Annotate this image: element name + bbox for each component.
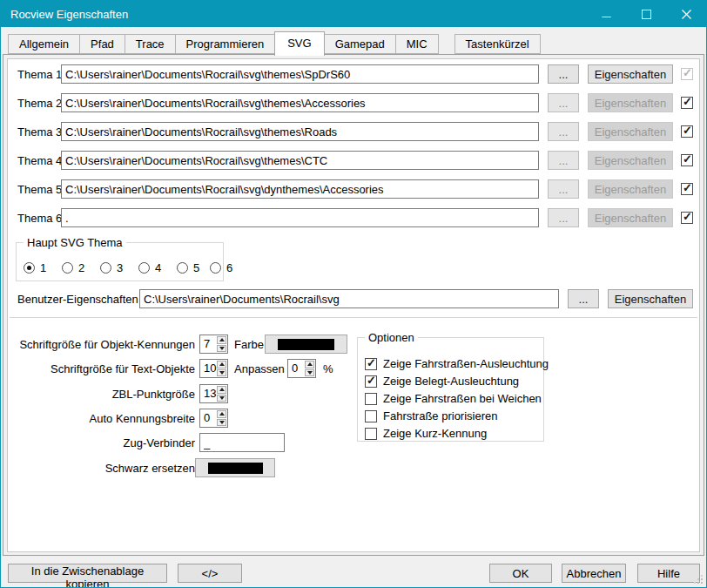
radio-icon xyxy=(62,262,73,274)
stepper-down-icon[interactable] xyxy=(217,345,226,353)
option-show-occupied-highlight[interactable]: Zeige Belegt-Ausleuchtung xyxy=(365,375,519,388)
train-connector-label: Zug-Verbinder xyxy=(8,436,195,449)
checkbox-icon xyxy=(365,375,377,388)
train-connector-input[interactable] xyxy=(199,433,285,452)
tab-pfad[interactable]: Pfad xyxy=(79,34,125,54)
main-theme-radio-6[interactable]: 6 xyxy=(210,261,232,274)
replace-black-color-button[interactable] xyxy=(195,458,275,477)
stepper-up-icon[interactable] xyxy=(217,410,226,418)
maximize-button[interactable] xyxy=(626,1,666,27)
minimize-button[interactable] xyxy=(586,1,626,27)
code-view-button[interactable]: </> xyxy=(178,564,242,583)
stepper-down-icon[interactable] xyxy=(217,369,226,377)
color-picker-button[interactable] xyxy=(265,335,347,354)
user-properties-properties-button[interactable]: Eigenschaften xyxy=(608,289,693,308)
title-bar: Rocview Eigenschaften xyxy=(1,1,706,27)
stepper-up-icon[interactable] xyxy=(305,361,314,368)
stepper-value: 0 xyxy=(288,360,304,377)
stepper-down-icon[interactable] xyxy=(217,419,226,427)
close-icon xyxy=(682,10,691,19)
theme2-path-input[interactable] xyxy=(61,93,539,112)
theme1-properties-button[interactable]: Eigenschaften xyxy=(588,64,673,84)
adjust-stepper[interactable]: 0 xyxy=(287,359,316,378)
zbl-point-size-label: ZBL-Punktgröße xyxy=(8,388,195,401)
copy-to-clipboard-button[interactable]: In die Zwischenablage kopieren xyxy=(8,564,167,583)
theme4-browse-button: ... xyxy=(548,151,579,170)
theme2-enabled-checkbox[interactable] xyxy=(681,97,693,109)
option-show-route-highlight[interactable]: Zeige Fahrstraßen-Ausleuchtung xyxy=(365,357,549,370)
theme2-browse-button: ... xyxy=(548,93,579,112)
user-properties-input[interactable] xyxy=(139,289,559,308)
main-theme-radio-2[interactable]: 2 xyxy=(62,261,84,274)
radio-label: 2 xyxy=(78,261,84,274)
color-label: Farbe xyxy=(234,338,264,351)
theme6-enabled-checkbox[interactable] xyxy=(681,212,693,224)
auto-id-width-stepper[interactable]: 0 xyxy=(199,409,228,428)
main-theme-radio-3[interactable]: 3 xyxy=(100,261,123,274)
theme1-browse-button[interactable]: ... xyxy=(548,64,579,84)
stepper-up-icon[interactable] xyxy=(217,386,226,394)
window-title: Rocview Eigenschaften xyxy=(1,8,586,21)
main-theme-group: Haupt SVG Thema 1 2 3 4 xyxy=(16,236,224,281)
theme5-path-input[interactable] xyxy=(61,179,539,199)
zbl-point-size-stepper[interactable]: 13 xyxy=(199,384,228,403)
checkbox-icon xyxy=(365,358,377,370)
theme6-path-input[interactable] xyxy=(61,208,539,227)
maximize-icon xyxy=(642,10,651,19)
ok-button[interactable]: OK xyxy=(489,564,552,583)
main-theme-legend: Haupt SVG Thema xyxy=(24,236,126,249)
tab-gamepad[interactable]: Gamepad xyxy=(324,34,396,54)
option-label: Zeige Belegt-Ausleuchtung xyxy=(383,375,519,388)
radio-icon xyxy=(210,262,221,274)
tab-svg[interactable]: SVG xyxy=(274,31,324,56)
tab-programmieren[interactable]: Programmieren xyxy=(175,34,276,54)
stepper-arrows xyxy=(304,360,315,377)
theme3-properties-button: Eigenschaften xyxy=(588,122,673,141)
theme1-label: Thema 1 xyxy=(17,68,62,81)
theme1-path-input[interactable] xyxy=(61,64,539,84)
resize-grip[interactable] xyxy=(692,573,703,584)
tab-allgemein[interactable]: Allgemein xyxy=(8,34,80,54)
tab-tastenkuerzel[interactable]: Tastenkürzel xyxy=(454,34,541,54)
theme5-enabled-checkbox[interactable] xyxy=(681,183,693,195)
radio-label: 6 xyxy=(226,261,232,274)
stepper-up-icon[interactable] xyxy=(217,336,226,344)
checkbox-icon xyxy=(365,428,377,440)
option-label: Zeige Fahrstraßen bei Weichen xyxy=(383,392,542,405)
auto-id-width-label: Auto Kennungsbreite xyxy=(8,412,195,425)
main-theme-radio-5[interactable]: 5 xyxy=(177,261,199,274)
theme4-path-input[interactable] xyxy=(61,151,539,170)
theme4-properties-button: Eigenschaften xyxy=(588,151,673,170)
theme5-label: Thema 5 xyxy=(17,183,62,196)
user-properties-label: Benutzer-Eigenschaften xyxy=(17,293,138,306)
main-theme-radio-1[interactable]: 1 xyxy=(24,261,46,274)
stepper-up-icon[interactable] xyxy=(217,361,226,368)
minimize-icon xyxy=(602,10,611,19)
main-theme-radio-4[interactable]: 4 xyxy=(138,261,161,274)
font-object-ids-stepper[interactable]: 7 xyxy=(199,335,228,354)
tab-trace[interactable]: Trace xyxy=(125,34,176,54)
stepper-down-icon[interactable] xyxy=(217,395,226,402)
option-show-routes-at-switches[interactable]: Zeige Fahrstraßen bei Weichen xyxy=(365,392,542,405)
radio-icon xyxy=(24,262,35,274)
stepper-arrows xyxy=(216,409,227,427)
radio-icon xyxy=(177,262,188,274)
theme4-label: Thema 4 xyxy=(17,154,62,167)
font-text-objects-stepper[interactable]: 10 xyxy=(199,359,228,378)
stepper-down-icon[interactable] xyxy=(305,369,314,377)
theme5-properties-button: Eigenschaften xyxy=(588,179,673,199)
theme3-path-input[interactable] xyxy=(61,122,539,141)
separator xyxy=(10,317,697,318)
stepper-value: 10 xyxy=(200,360,216,377)
cancel-button[interactable]: Abbrechen xyxy=(562,564,626,583)
option-show-short-id[interactable]: Zeige Kurz-Kennung xyxy=(365,427,487,440)
replace-black-label: Schwarz ersetzen xyxy=(8,462,195,475)
theme4-enabled-checkbox[interactable] xyxy=(681,154,693,166)
user-properties-browse-button[interactable]: ... xyxy=(568,289,599,308)
tab-mic[interactable]: MIC xyxy=(395,34,439,54)
help-button[interactable]: Hilfe xyxy=(637,564,700,583)
close-button[interactable] xyxy=(666,1,706,27)
option-prioritize-route[interactable]: Fahrstraße priorisieren xyxy=(365,409,498,422)
theme3-enabled-checkbox[interactable] xyxy=(681,125,693,138)
radio-label: 3 xyxy=(117,261,123,274)
